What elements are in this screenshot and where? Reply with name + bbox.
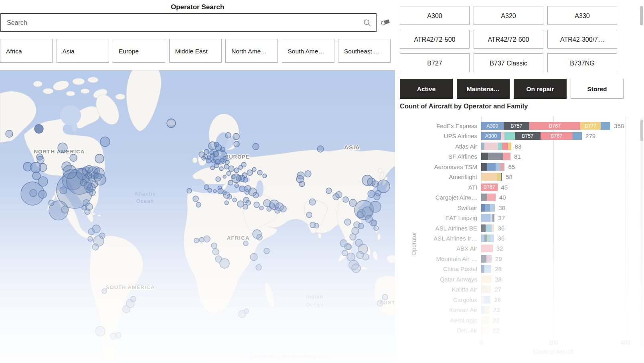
bar-segment[interactable] xyxy=(484,296,490,304)
family-filter-b727[interactable]: B727 xyxy=(400,53,470,72)
chart-row-12[interactable]: ABX Air32 xyxy=(400,244,644,254)
operator-location-bubble[interactable] xyxy=(309,199,316,205)
bar-segment[interactable] xyxy=(486,286,491,293)
operator-location-bubble[interactable] xyxy=(196,202,201,207)
chart-row-11[interactable]: ASL Airlines Ir…36 xyxy=(400,234,644,244)
chart-scrollbar[interactable] xyxy=(640,120,643,141)
operator-location-bubble[interactable] xyxy=(123,306,130,313)
operator-location-bubble[interactable] xyxy=(377,300,383,306)
operator-location-bubble[interactable] xyxy=(299,181,305,187)
operator-location-bubble[interactable] xyxy=(211,243,217,249)
family-filter-a330[interactable]: A330 xyxy=(547,6,617,25)
operator-location-bubble[interactable] xyxy=(256,265,261,270)
chart-row-0[interactable]: FedEx ExpressA300B757B767B777358 xyxy=(400,121,644,131)
chart-row-16[interactable]: Kalitta Air27 xyxy=(400,285,644,295)
operator-location-bubble[interactable] xyxy=(370,201,381,212)
operator-location-bubble[interactable] xyxy=(357,212,363,218)
operator-location-bubble[interactable] xyxy=(344,219,351,225)
search-icon[interactable] xyxy=(363,18,372,27)
operator-location-bubble[interactable] xyxy=(89,189,95,196)
bar-segment[interactable] xyxy=(502,143,508,150)
operator-location-bubble[interactable] xyxy=(219,167,223,171)
stacked-bar[interactable] xyxy=(481,326,489,334)
bar-segment[interactable] xyxy=(484,265,491,273)
operator-location-bubble[interactable] xyxy=(257,235,262,240)
stacked-bar[interactable] xyxy=(481,235,494,242)
operator-location-bubble[interactable] xyxy=(253,143,259,150)
operator-location-bubble[interactable] xyxy=(228,180,233,185)
operator-location-bubble[interactable] xyxy=(342,250,348,256)
operator-location-bubble[interactable] xyxy=(214,163,219,168)
bar-segment[interactable] xyxy=(481,296,484,304)
operator-location-bubble[interactable] xyxy=(187,188,192,193)
stacked-bar[interactable] xyxy=(481,306,490,314)
operator-location-bubble[interactable] xyxy=(102,289,107,294)
operator-location-bubble[interactable] xyxy=(374,194,380,200)
operator-location-bubble[interactable] xyxy=(193,196,198,202)
stacked-bar[interactable]: A300B757B767B777 xyxy=(481,122,610,130)
bar-segment[interactable] xyxy=(492,224,494,232)
bar-segment[interactable] xyxy=(481,194,487,201)
family-filter-a300[interactable]: A300 xyxy=(400,6,470,25)
stacked-bar[interactable] xyxy=(481,316,489,324)
bar-segment-b767[interactable]: B767 xyxy=(481,184,498,191)
operator-location-bubble[interactable] xyxy=(199,237,204,242)
operator-location-bubble[interactable] xyxy=(216,177,221,182)
bar-segment-b757[interactable]: B757 xyxy=(515,132,541,140)
operator-location-bubble[interactable] xyxy=(233,133,239,140)
operator-location-bubble[interactable] xyxy=(244,309,249,314)
stacked-bar[interactable] xyxy=(481,275,491,283)
bar-segment[interactable] xyxy=(490,204,495,212)
family-filter-atr42-72-600[interactable]: ATR42/72-600 xyxy=(474,30,543,49)
bar-segment[interactable] xyxy=(487,194,496,201)
operator-location-bubble[interactable] xyxy=(82,205,87,210)
operator-location-bubble[interactable] xyxy=(257,170,262,175)
stacked-bar[interactable] xyxy=(481,163,504,171)
chart-row-1[interactable]: UPS AirlinesA300B757B767279 xyxy=(400,131,644,141)
operator-location-bubble[interactable] xyxy=(49,200,54,206)
bar-segment[interactable] xyxy=(481,255,486,263)
chart-row-14[interactable]: China Postal28 xyxy=(400,264,644,274)
operator-location-bubble[interactable] xyxy=(60,187,67,194)
operator-location-bubble[interactable] xyxy=(206,158,211,163)
bar-segment[interactable] xyxy=(498,143,502,150)
chart-row-2[interactable]: Atlas Air83 xyxy=(400,142,644,152)
chart-row-5[interactable]: Ameriflight58 xyxy=(400,172,644,182)
chart-row-19[interactable]: AeroLogic22 xyxy=(400,316,644,326)
family-filter-atr42-300-7-[interactable]: ATR42-300/7… xyxy=(547,30,617,49)
bar-segment[interactable] xyxy=(481,235,484,242)
bar-segment-b767[interactable]: B767 xyxy=(529,122,581,130)
bar-segment[interactable] xyxy=(485,204,490,212)
operator-location-bubble[interactable] xyxy=(223,156,226,159)
bar-segment[interactable] xyxy=(481,204,485,212)
bar-segment-b757[interactable]: B757 xyxy=(504,122,529,130)
operator-location-bubble[interactable] xyxy=(305,171,311,177)
operator-location-bubble[interactable] xyxy=(95,326,105,336)
status-filter-maintena-[interactable]: Maintena… xyxy=(457,79,510,99)
region-filter-south-ame-[interactable]: South Ame… xyxy=(282,39,334,63)
eraser-icon[interactable] xyxy=(379,17,391,27)
operator-location-bubble[interactable] xyxy=(34,124,43,133)
operator-location-bubble[interactable] xyxy=(352,227,359,235)
operator-location-bubble[interactable] xyxy=(382,294,388,300)
stacked-bar[interactable] xyxy=(481,173,502,181)
operator-location-bubble[interactable] xyxy=(214,142,219,147)
chart-row-18[interactable]: Korean Air23 xyxy=(400,305,644,315)
region-filter-middle-east[interactable]: Middle East xyxy=(169,39,222,63)
bar-segment[interactable] xyxy=(481,275,491,283)
operator-location-bubble[interactable] xyxy=(213,249,219,255)
family-filter-scrollbar[interactable] xyxy=(640,6,643,25)
bar-segment[interactable] xyxy=(484,143,498,150)
operator-location-bubble[interactable] xyxy=(130,296,136,302)
bar-segment[interactable] xyxy=(484,306,490,314)
stacked-bar[interactable] xyxy=(481,296,490,304)
bar-segment[interactable] xyxy=(481,265,484,273)
chart-row-10[interactable]: ASL Airlines BE36 xyxy=(400,224,644,234)
stacked-bar[interactable] xyxy=(481,194,496,201)
operator-location-bubble[interactable] xyxy=(202,156,206,160)
operator-location-bubble[interactable] xyxy=(167,119,176,128)
operator-location-bubble[interactable] xyxy=(336,192,342,198)
operator-location-bubble[interactable] xyxy=(70,154,77,161)
operator-location-bubble[interactable] xyxy=(218,188,223,194)
operator-location-bubble[interactable] xyxy=(210,151,214,155)
